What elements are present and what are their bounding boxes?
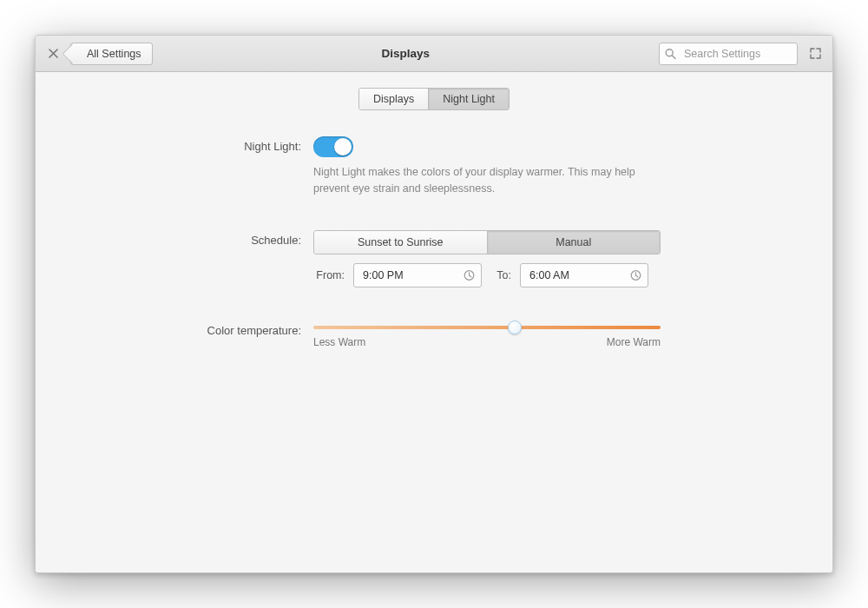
from-label: From: — [313, 269, 345, 281]
schedule-label: Schedule: — [70, 230, 313, 247]
slider-less-label: Less Warm — [313, 336, 365, 348]
headerbar: All Settings Displays — [36, 36, 832, 72]
color-temp-slider[interactable] — [313, 326, 661, 329]
from-input-wrap — [353, 263, 482, 287]
night-light-row: Night Light: Night Light makes the color… — [70, 136, 798, 197]
maximize-button[interactable] — [805, 43, 825, 64]
to-label: To: — [490, 269, 511, 281]
clock-icon — [630, 269, 641, 281]
night-light-description: Night Light makes the colors of your dis… — [313, 164, 643, 197]
search-icon — [665, 48, 676, 59]
schedule-row: Schedule: Sunset to Sunrise Manual From:… — [70, 230, 798, 287]
schedule-group: Sunset to Sunrise Manual — [313, 230, 661, 254]
clock-icon — [464, 269, 475, 281]
from-time-input[interactable] — [353, 263, 482, 287]
tab-displays[interactable]: Displays — [359, 89, 428, 109]
schedule-sunset-button[interactable]: Sunset to Sunrise — [314, 231, 487, 254]
slider-more-label: More Warm — [607, 336, 661, 348]
close-icon — [49, 49, 58, 58]
color-temp-row: Color temperature: Less Warm More Warm — [70, 321, 798, 348]
tab-row: Displays Night Light — [70, 88, 798, 110]
color-temp-slider-wrap: Less Warm More Warm — [313, 321, 661, 348]
svg-line-1 — [672, 55, 675, 58]
color-temp-label: Color temperature: — [70, 321, 313, 337]
content-area: Displays Night Light Night Light: Night … — [36, 72, 832, 572]
slider-labels: Less Warm More Warm — [313, 336, 661, 348]
maximize-icon — [810, 48, 821, 59]
toggle-knob — [334, 138, 352, 155]
to-time-input[interactable] — [520, 263, 648, 287]
window-title: Displays — [160, 47, 652, 60]
settings-window: All Settings Displays Displays Night Lig… — [35, 35, 833, 573]
all-settings-back-button[interactable]: All Settings — [70, 43, 153, 65]
tab-night-light[interactable]: Night Light — [428, 89, 509, 109]
search-wrap — [659, 43, 798, 65]
back-button-label: All Settings — [87, 48, 141, 60]
search-input[interactable] — [659, 43, 798, 65]
schedule-manual-button[interactable]: Manual — [487, 231, 661, 254]
night-light-label: Night Light: — [70, 136, 313, 153]
tab-group: Displays Night Light — [358, 88, 510, 110]
slider-thumb[interactable] — [508, 321, 522, 334]
to-input-wrap — [520, 263, 648, 287]
schedule-time-row: From: To: — [313, 263, 678, 287]
night-light-toggle[interactable] — [313, 136, 353, 157]
close-button[interactable] — [43, 43, 63, 64]
